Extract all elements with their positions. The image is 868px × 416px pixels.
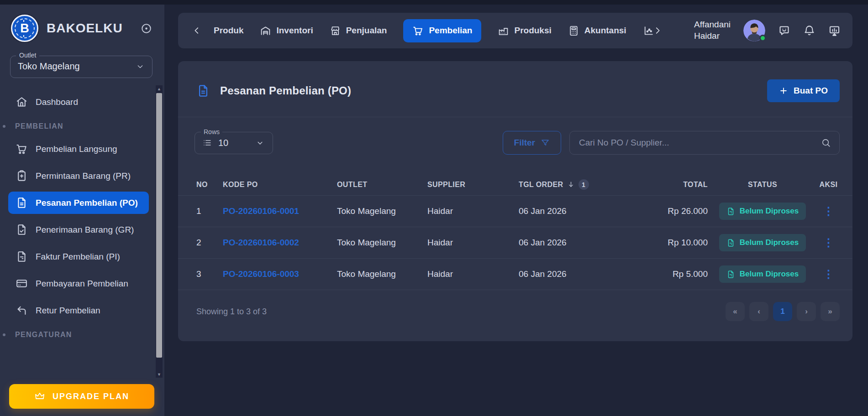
sidebar-item-label: Permintaan Barang (PR) [36,170,131,182]
col-header-tgl-order[interactable]: TGL ORDER 1 [519,179,638,190]
sidebar-section-pengaturan: PENGATURAN [15,331,164,339]
create-po-button[interactable]: Buat PO [767,79,840,102]
cell-status: Belum Diproses [708,265,817,283]
sidebar-item-pembelian-langsung[interactable]: Pembelian Langsung [8,138,149,160]
cell-no: 3 [196,269,223,279]
cell-tgl-order: 06 Jan 2026 [519,238,638,248]
section-dot-icon [3,125,5,128]
app-title: BAKOELKU [47,21,123,36]
avatar[interactable] [743,20,765,42]
search-icon[interactable] [821,138,831,148]
nav-scroll-right-icon[interactable] [652,26,663,36]
tab-label: Produksi [514,26,551,36]
cell-total: Rp 26.000 [638,206,708,216]
cell-outlet: Toko Magelang [337,238,427,248]
tab-akuntansi[interactable]: Akuntansi [568,25,626,36]
scrollbar-thumb[interactable] [156,93,162,358]
tab-produk[interactable]: Produk [214,26,243,36]
col-header-supplier[interactable]: SUPPLIER [427,181,519,189]
row-actions-menu-icon[interactable]: ⋮ [820,204,838,218]
monitor-chart-icon[interactable] [828,25,841,37]
showing-entries-text: Showing 1 to 3 of 3 [196,307,267,317]
cell-status: Belum Diproses [708,234,817,251]
sidebar-item-retur-pembelian[interactable]: Retur Pembelian [8,299,149,322]
cell-aksi: ⋮ [817,267,840,281]
top-navbar: Produk Inventori Penjualan [178,13,852,48]
scrollbar-up-arrow[interactable]: ▲ [156,85,163,92]
file-text-icon [726,207,735,216]
cell-kode-po-link[interactable]: PO-20260106-0002 [223,238,337,248]
col-header-kode-po[interactable]: KODE PO [223,181,337,189]
row-actions-menu-icon[interactable]: ⋮ [820,267,838,281]
tab-label: Penjualan [346,26,387,36]
pagination-next-button[interactable]: › [797,302,816,321]
status-label: Belum Diproses [740,238,799,247]
cell-total: Rp 5.000 [638,269,708,279]
status-label: Belum Diproses [740,270,799,279]
cell-supplier: Haidar [427,206,519,216]
tab-penjualan[interactable]: Penjualan [330,25,387,36]
crown-icon [34,391,45,402]
pagination-prev-button[interactable]: ‹ [749,302,768,321]
chevron-down-icon [256,139,264,147]
cell-no: 2 [196,238,223,248]
sidebar-collapse-icon[interactable] [140,22,153,35]
tab-produksi[interactable]: Produksi [498,25,551,36]
cell-status: Belum Diproses [708,203,817,220]
list-icon [202,138,212,148]
col-header-status[interactable]: STATUS [708,181,817,189]
main-area: Produk Inventori Penjualan [164,0,868,416]
upgrade-plan-button[interactable]: UPGRADE PLAN [9,384,154,409]
cell-aksi: ⋮ [817,235,840,250]
rows-per-page-select[interactable]: Rows 10 [195,132,273,154]
sidebar-item-dashboard[interactable]: Dashboard [8,91,149,113]
user-name: Affandani Haidar [694,19,731,42]
filter-button[interactable]: Filter [503,131,561,155]
pagination-first-button[interactable]: « [726,302,745,321]
sidebar-item-label: Pembayaran Pembelian [36,278,128,289]
topbar-right: Affandani Haidar [694,19,841,42]
search-input[interactable] [579,138,821,148]
store-icon [330,25,341,36]
tab-pembelian[interactable]: Pembelian [403,19,481,42]
col-header-no[interactable]: NO [196,181,223,189]
sort-priority-badge: 1 [579,179,589,190]
filter-label: Filter [514,138,535,148]
tab-inventori[interactable]: Inventori [260,25,313,36]
sidebar-item-permintaan-barang[interactable]: Permintaan Barang (PR) [8,165,149,187]
sidebar-item-pembayaran-pembelian[interactable]: Pembayaran Pembelian [8,272,149,295]
sidebar-item-label: Faktur Pembelian (PI) [36,251,120,262]
title-left: Pesanan Pembelian (PO) [196,84,351,98]
search-box [569,131,840,155]
pagination: « ‹ 1 › » [726,302,840,321]
sidebar-item-pesanan-pembelian[interactable]: Pesanan Pembelian (PO) [8,192,149,214]
status-badge: Belum Diproses [719,203,806,220]
nav-scroll-left-icon[interactable] [192,26,202,36]
chat-icon[interactable] [778,25,790,37]
bell-icon[interactable] [803,25,815,37]
file-check-icon [16,224,28,236]
sidebar-item-penerimaan-barang[interactable]: Penerimaan Barang (GR) [8,218,149,241]
app-root: B BAKOELKU Outlet Toko Magelang Dashboar… [0,0,868,416]
sidebar-item-faktur-pembelian[interactable]: Faktur Pembelian (PI) [8,245,149,268]
file-invoice-icon [16,250,28,263]
col-header-outlet[interactable]: OUTLET [337,181,427,189]
sidebar-item-label: Pesanan Pembelian (PO) [36,197,138,208]
upgrade-plan-area: UPGRADE PLAN [0,378,164,416]
pagination-last-button[interactable]: » [821,302,840,321]
outlet-selector[interactable]: Outlet Toko Magelang [10,56,153,78]
section-label: PENGATURAN [15,331,72,338]
row-actions-menu-icon[interactable]: ⋮ [820,235,838,250]
pagination-page-1-button[interactable]: 1 [773,302,792,321]
cell-kode-po-link[interactable]: PO-20260106-0003 [223,269,337,279]
app-logo-icon: B [11,15,38,42]
credit-card-icon [16,277,28,290]
cart-icon [16,143,28,155]
cell-no: 1 [196,206,223,216]
sidebar-logo-row: B BAKOELKU [0,5,164,42]
upgrade-plan-label: UPGRADE PLAN [53,392,129,401]
cell-kode-po-link[interactable]: PO-20260106-0001 [223,206,337,216]
scrollbar-down-arrow[interactable]: ▼ [156,371,163,378]
col-header-total[interactable]: TOTAL [638,181,708,189]
sidebar-scrollbar[interactable]: ▲ ▼ [156,85,163,378]
